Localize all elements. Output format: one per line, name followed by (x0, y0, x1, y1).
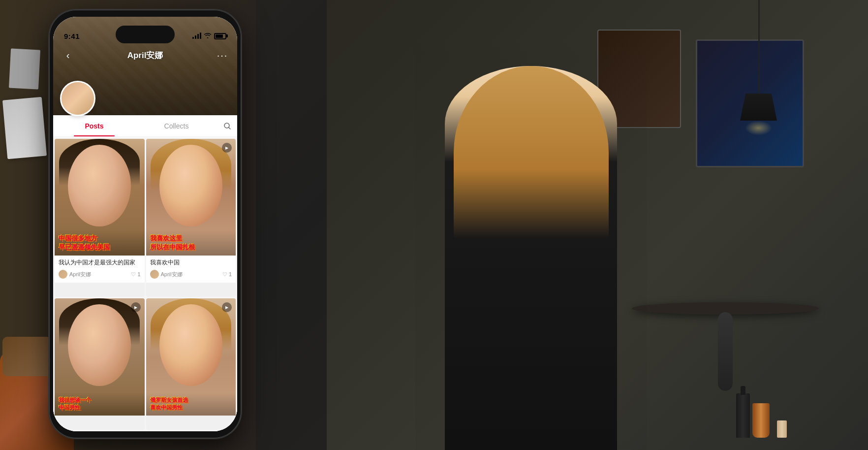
signal-bar-1 (192, 37, 194, 39)
post-card-1[interactable]: 中国很多地方早已遥遥领先美国 我认为中国才是最强大的国家 April安娜 (55, 139, 145, 297)
post-title-2: 我喜欢中国 (150, 258, 232, 267)
post-author-2: April安娜 (150, 270, 183, 279)
candle (777, 420, 787, 438)
bottle-dark (736, 393, 750, 438)
heart-icon-2: ♡ (222, 271, 227, 278)
dynamic-island (116, 26, 175, 43)
post-image-2: ▶ 我喜欢这里所以在中国扎根 (146, 139, 236, 256)
overlay-text-3: 我很想谈一个中国男性 (59, 396, 141, 412)
tab-collects[interactable]: Collects (135, 115, 217, 136)
tab-search-button[interactable] (217, 115, 237, 136)
author-avatar-1 (59, 270, 67, 279)
battery-icon (214, 33, 226, 39)
post-meta-2: April安娜 ♡ 1 (150, 270, 232, 279)
more-button[interactable]: ··· (215, 47, 230, 63)
post-title-1: 我认为中国才是最强大的国家 (59, 258, 141, 267)
overlay-text-2: 我喜欢这里所以在中国扎根 (150, 234, 232, 252)
battery-fill (216, 34, 223, 38)
status-icons (192, 32, 226, 40)
post-info-1: 我认为中国才是最强大的国家 April安娜 ♡ 1 (55, 256, 145, 283)
likes-count-1: 1 (137, 271, 140, 277)
post-card-3[interactable]: ▶ 我很想谈一个中国男性 (55, 298, 145, 430)
post-card-2[interactable]: ▶ 我喜欢这里所以在中国扎根 我喜欢中国 (146, 139, 236, 297)
author-name-2: April安娜 (161, 271, 183, 278)
post-likes-1: ♡ 1 (131, 271, 140, 278)
likes-count-2: 1 (229, 271, 232, 277)
table (632, 302, 819, 391)
table-leg (718, 312, 733, 391)
post-image-1: 中国很多地方早已遥遥领先美国 (55, 139, 145, 256)
lamp-glow (745, 121, 772, 135)
top-navigation: ‹ April安娜 ··· (60, 47, 230, 63)
lamp-shade (740, 94, 777, 121)
background-pillow (2, 337, 52, 376)
post-info-2: 我喜欢中国 April安娜 ♡ 1 (146, 256, 236, 283)
posts-grid: 中国很多地方早已遥遥领先美国 我认为中国才是最强大的国家 April安娜 (53, 137, 237, 431)
post-overlay-1: 中国很多地方早已遥遥领先美国 (55, 230, 145, 256)
person-body (445, 66, 617, 450)
signal-bar-4 (200, 32, 201, 39)
signal-bars (192, 33, 201, 39)
post-overlay-3: 我很想谈一个中国男性 (55, 392, 145, 416)
phone-mockup: 9:41 (49, 10, 241, 438)
status-time: 9:41 (64, 32, 80, 40)
phone-screen: 9:41 (53, 17, 237, 431)
face-2 (159, 145, 222, 226)
face-4 (159, 304, 222, 386)
avatar (60, 81, 95, 116)
background-photo (9, 48, 40, 89)
tab-posts[interactable]: Posts (53, 115, 135, 136)
tabs-row: Posts Collects (53, 115, 237, 137)
post-image-3: ▶ 我很想谈一个中国男性 (55, 298, 145, 415)
person-in-background (415, 39, 647, 450)
post-likes-2: ♡ 1 (222, 271, 232, 278)
video-play-icon-3: ▶ (131, 302, 141, 312)
content-area: IP Address: 河南 ⓘ 俄罗斯女孩生活在中国的第8年 会说中文，喜欢这… (53, 115, 237, 431)
post-author-1: April安娜 (59, 270, 91, 279)
post-overlay-4: 俄罗斯女孩首选喜欢中国男性 (146, 392, 236, 416)
face-1 (68, 145, 131, 226)
heart-icon-1: ♡ (131, 271, 136, 278)
background-magazine (2, 97, 47, 160)
bottle-orange (752, 403, 770, 438)
avatar-image (62, 82, 94, 115)
post-overlay-2: 我喜欢这里所以在中国扎根 (146, 230, 236, 256)
person-hair (454, 66, 609, 239)
overlay-text-1: 中国很多地方早已遥遥领先美国 (59, 234, 141, 252)
signal-bar-3 (197, 34, 199, 39)
wifi-icon (204, 32, 212, 40)
author-name-1: April安娜 (69, 271, 91, 278)
signal-bar-2 (195, 35, 196, 39)
lamp-wire (758, 0, 760, 98)
overlay-text-4: 俄罗斯女孩首选喜欢中国男性 (150, 396, 232, 412)
post-card-4[interactable]: ▶ 俄罗斯女孩首选喜欢中国男性 (146, 298, 236, 430)
profile-name-header: April安娜 (127, 50, 163, 61)
post-meta-1: April安娜 ♡ 1 (59, 270, 141, 279)
phone-frame: 9:41 (49, 10, 241, 438)
author-avatar-2 (150, 270, 159, 279)
post-image-4: ▶ 俄罗斯女孩首选喜欢中国男性 (146, 298, 236, 415)
video-play-icon-2: ▶ (222, 143, 232, 153)
app-content: 9:41 (53, 17, 237, 431)
face-3 (68, 304, 131, 386)
back-button[interactable]: ‹ (60, 47, 76, 63)
